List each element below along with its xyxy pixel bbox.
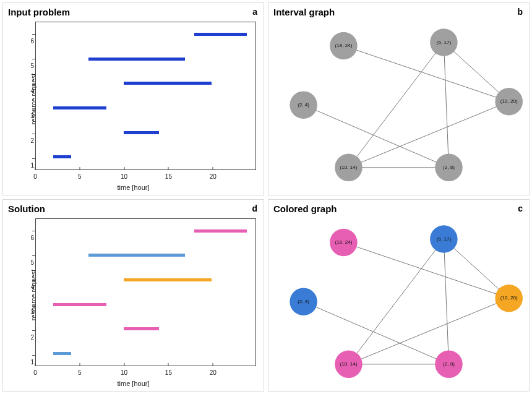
y-tick-label: 3 [27,309,34,315]
graph-node: (10, 20) [495,88,523,116]
interval-bar [53,352,71,355]
graph-node: (2, 4) [290,91,317,119]
y-tick-mark [32,231,35,231]
panel-c-graph: (18, 24)(6, 17)(2, 4)(10, 20)(10, 14)(2,… [273,217,524,386]
graph-node: (10, 14) [335,154,363,182]
y-tick-mark [32,330,35,331]
graph-node-label: (2, 8) [443,361,455,366]
y-tick-label: 1 [27,162,34,169]
y-tick-mark [32,59,35,59]
x-tick-mark [124,363,124,366]
y-tick-mark [32,355,35,356]
panel-d: Solution d resource request time [hour] … [2,199,264,392]
interval-bar [124,82,212,85]
graph-edge [343,46,508,101]
graph-edge [343,242,508,298]
interval-bar [124,327,159,330]
interval-bar [53,155,71,158]
y-tick-label: 3 [27,112,34,119]
graph-node: (6, 17) [430,225,458,253]
panel-a-plot-area [35,22,256,170]
y-tick-mark [32,280,35,281]
x-tick-mark [35,363,36,366]
y-tick-label: 6 [27,38,34,45]
interval-bar [53,106,106,109]
interval-bar [194,229,247,233]
panel-d-xlabel: time [hour] [3,380,264,387]
x-tick-label: 5 [78,173,82,180]
graph-node: (6, 17) [430,28,458,56]
panel-a-title: Input problem [8,7,259,17]
x-tick-mark [213,363,213,366]
y-tick-mark [32,34,35,35]
x-tick-label: 15 [165,369,172,376]
panel-c-letter: c [518,203,523,213]
x-tick-mark [168,167,169,170]
panel-b-letter: b [517,7,523,17]
graph-node: (2, 8) [435,154,463,182]
graph-node-label: (2, 4) [298,298,309,304]
y-tick-label: 1 [27,358,34,365]
graph-edge [304,105,449,168]
x-tick-label: 5 [78,369,82,376]
graph-node-label: (10, 14) [340,361,358,366]
y-tick-label: 4 [27,284,34,291]
panel-a-letter: a [252,7,257,17]
x-tick-label: 0 [33,173,37,180]
panel-c-title: Colored graph [273,203,524,214]
graph-node-label: (10, 14) [340,165,358,170]
y-tick-mark [32,84,35,85]
x-tick-mark [124,167,124,170]
graph-edge [444,43,448,168]
x-tick-label: 10 [121,369,127,376]
graph-node: (18, 24) [330,228,358,256]
panel-d-letter: d [252,203,257,213]
graph-node: (10, 20) [495,284,523,312]
y-tick-mark [32,134,35,134]
graph-node-label: (2, 8) [443,165,455,170]
graph-node-label: (18, 24) [335,239,352,245]
graph-node: (2, 4) [290,288,317,315]
y-tick-label: 2 [27,333,34,340]
interval-bar [124,131,159,134]
panel-a: Input problem a resource request time [h… [2,2,264,195]
x-tick-label: 15 [165,173,172,180]
interval-bar [124,278,212,281]
interval-bar [194,33,247,36]
panel-a-xlabel: time [hour] [3,184,264,191]
x-tick-label: 10 [121,173,127,180]
x-tick-label: 20 [210,369,217,376]
figure-grid: Input problem a resource request time [h… [0,0,532,394]
y-tick-label: 4 [27,87,34,94]
interval-bar [88,58,185,61]
graph-node-label: (10, 20) [500,98,518,104]
x-tick-mark [35,167,36,170]
graph-node: (18, 24) [330,32,358,60]
x-tick-mark [79,167,80,170]
interval-bar [88,254,185,257]
panel-b-graph: (18, 24)(6, 17)(2, 4)(10, 20)(10, 14)(2,… [273,20,524,189]
y-tick-label: 5 [27,62,34,69]
graph-edge [304,301,449,364]
panel-d-plot-area [35,218,256,367]
graph-node: (2, 8) [435,350,463,378]
graph-node-label: (18, 24) [335,43,352,48]
graph-node: (10, 14) [335,350,363,378]
y-tick-mark [32,158,35,159]
panel-b-title: Interval graph [273,7,524,17]
graph-node-label: (10, 20) [500,295,518,301]
panel-b: Interval graph b (18, 24)(6, 17)(2, 4)(1… [268,2,530,195]
y-tick-label: 6 [27,234,34,241]
x-tick-label: 20 [210,173,217,180]
graph-edge [349,239,444,364]
x-tick-label: 0 [33,369,37,376]
x-tick-mark [168,363,169,366]
x-tick-mark [213,167,213,170]
graph-node-label: (6, 17) [437,40,452,45]
graph-edge [444,239,448,364]
graph-node-label: (2, 4) [298,102,309,108]
y-tick-mark [32,109,35,109]
y-tick-mark [32,305,35,306]
y-tick-mark [32,255,35,256]
graph-edge [349,43,444,168]
